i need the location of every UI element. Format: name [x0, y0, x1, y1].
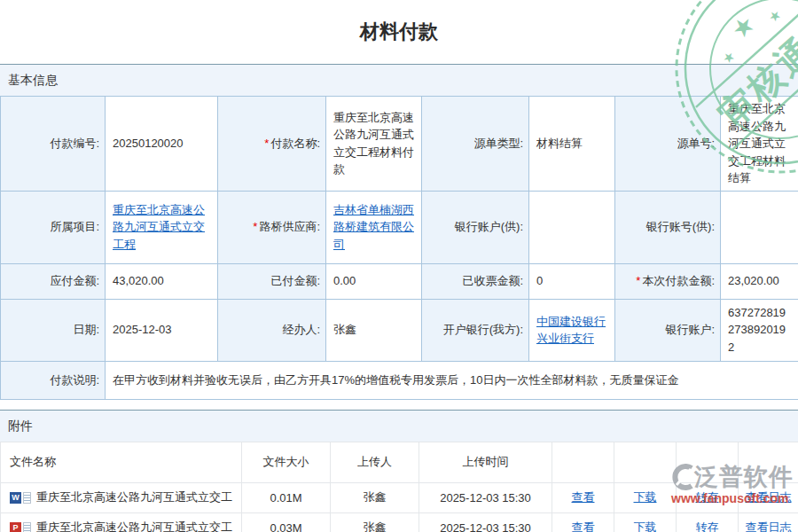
field-label-project: 所属项目:	[1, 191, 106, 263]
document-page-icon	[23, 522, 31, 532]
attach-header-upload-time: 上传时间	[419, 442, 552, 482]
field-label-supplier: *路桥供应商:	[218, 191, 326, 263]
our-bank-link[interactable]: 中国建设银行兴业街支行	[536, 315, 606, 346]
view-link[interactable]: 查看	[572, 520, 595, 532]
field-label-bank-account: 银行账户:	[615, 299, 721, 361]
field-value-supplier: 吉林省单楠湖西路桥建筑有限公司	[326, 191, 422, 263]
attachment-row: P 重庆至北京高速公路九河互通式立交工 0.03M 张鑫 2025-12-03 …	[1, 512, 798, 532]
basic-info-table: 付款编号: 20250120020 *付款名称: 重庆至北京高速公路九河互通式立…	[0, 96, 798, 400]
required-marker: *	[253, 220, 257, 233]
attachment-file-name: 重庆至北京高速公路九河互通式立交工	[36, 520, 232, 532]
field-label-source-no: 源单号:	[615, 97, 721, 192]
attachment-file-size: 0.01M	[242, 482, 331, 512]
field-label-current-payment: *本次付款金额:	[615, 263, 721, 299]
field-value-payment-note: 在甲方收到材料并验收无误后，由乙方开具17%的增值税专用发票后，10日内一次性全…	[106, 361, 798, 399]
transfer-link[interactable]: 转存	[696, 520, 719, 532]
project-link[interactable]: 重庆至北京高速公路九河互通式立交工程	[113, 203, 205, 251]
field-value-bank-no-supplier	[721, 191, 798, 263]
field-label-payment-no: 付款编号:	[1, 97, 106, 192]
attach-header-action-1	[552, 442, 614, 482]
field-value-source-type: 材料结算	[529, 97, 615, 192]
field-label-source-type: 源单类型:	[422, 97, 529, 192]
view-log-link[interactable]: 查看日志	[746, 490, 792, 504]
field-label-payment-name: *付款名称:	[218, 97, 326, 192]
field-label-date: 日期:	[1, 299, 106, 361]
view-log-link[interactable]: 查看日志	[746, 520, 792, 532]
attach-header-action-2	[614, 442, 677, 482]
attachment-upload-time: 2025-12-03 15:30	[419, 482, 552, 512]
field-value-payment-name: 重庆至北京高速公路九河互通式立交工程材料付款	[326, 97, 422, 192]
attachment-file-size: 0.03M	[242, 512, 331, 532]
field-value-project: 重庆至北京高速公路九河互通式立交工程	[106, 191, 218, 263]
attach-header-action-3	[677, 442, 739, 482]
page-title: 材料付款	[0, 0, 798, 64]
attachment-row: W 重庆至北京高速公路九河互通式立交工 0.01M 张鑫 2025-12-03 …	[1, 482, 798, 512]
word-file-icon: W	[10, 492, 21, 504]
field-value-our-bank: 中国建设银行兴业街支行	[529, 299, 615, 361]
field-value-invoiced-amount: 0	[529, 263, 615, 299]
document-page-icon	[23, 492, 31, 504]
required-marker: *	[636, 274, 640, 287]
field-label-invoiced-amount: 已收票金额:	[422, 263, 529, 299]
attach-header-file-size: 文件大小	[242, 442, 331, 482]
field-label-our-bank: 开户银行(我方):	[422, 299, 529, 361]
transfer-link[interactable]: 转存	[696, 490, 719, 504]
attach-header-action-4	[739, 442, 798, 482]
field-label-paid-amount: 已付金额:	[218, 263, 326, 299]
supplier-link[interactable]: 吉林省单楠湖西路桥建筑有限公司	[333, 203, 414, 251]
field-value-bank-acct-supplier	[529, 191, 615, 263]
attach-header-uploader: 上传人	[331, 442, 419, 482]
section-attachments: 附件	[0, 410, 798, 442]
section-basic-info: 基本信息	[0, 64, 798, 96]
attachment-upload-time: 2025-12-03 15:30	[419, 512, 552, 532]
attachment-uploader: 张鑫	[331, 482, 419, 512]
download-link[interactable]: 下载	[634, 490, 657, 504]
field-value-handler: 张鑫	[326, 299, 422, 361]
field-label-payable-amount: 应付金额:	[1, 263, 106, 299]
field-label-handler: 经办人:	[218, 299, 326, 361]
attachment-uploader: 张鑫	[331, 512, 419, 532]
attach-header-file-name: 文件名称	[1, 442, 242, 482]
view-link[interactable]: 查看	[572, 490, 595, 504]
field-value-paid-amount: 0.00	[326, 263, 422, 299]
field-label-bank-acct-supplier: 银行账户(供):	[422, 191, 529, 263]
field-value-date: 2025-12-03	[106, 299, 218, 361]
field-value-source-no: 重庆至北京高速公路九河互通式立交工程材料结算	[721, 97, 798, 192]
pdf-file-icon: P	[10, 522, 21, 532]
field-label-bank-no-supplier: 银行账号(供):	[615, 191, 721, 263]
field-label-payment-note: 付款说明:	[1, 361, 106, 399]
field-value-bank-account: 6372728192738920192	[721, 299, 798, 361]
required-marker: *	[264, 137, 269, 150]
attachment-file-name: 重庆至北京高速公路九河互通式立交工	[36, 489, 232, 505]
field-value-payable-amount: 43,020.00	[106, 263, 218, 299]
field-value-payment-no: 20250120020	[106, 97, 218, 192]
attachments-table: 文件名称 文件大小 上传人 上传时间 W 重庆至北京高速公路九河互通式立交工 0…	[0, 442, 798, 532]
field-value-current-payment: 23,020.00	[721, 263, 798, 299]
download-link[interactable]: 下载	[634, 520, 657, 532]
